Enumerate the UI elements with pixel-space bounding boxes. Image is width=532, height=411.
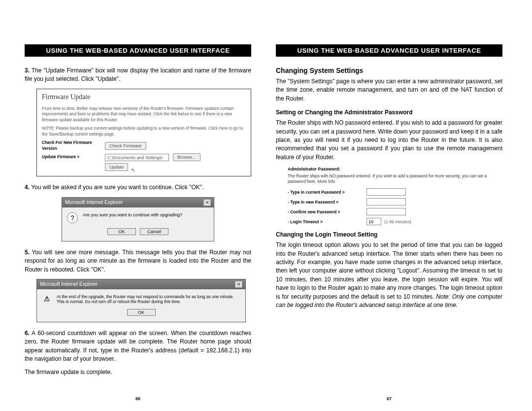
page-number-right: 67: [276, 396, 502, 401]
dialog2-ok-button[interactable]: OK: [127, 309, 156, 316]
step-6-text: A 60-second countdown will appear on the…: [25, 330, 251, 362]
update-fw-label: Update Firmware >: [42, 154, 101, 160]
admin-password-form: Administrator Password: The Router ships…: [288, 167, 502, 225]
firmware-update-title: Firmware Update: [37, 89, 251, 104]
step-5-text: You will see one more message. This mess…: [25, 249, 251, 273]
right-page: USING THE WEB-BASED ADVANCED USER INTERF…: [276, 44, 502, 396]
login-timeout-label: - Login Timeout >: [288, 219, 366, 224]
step-4: 4. You will be asked if you are sure you…: [25, 183, 251, 192]
dialog1-cancel-button[interactable]: Cancel: [140, 228, 168, 235]
dialog1-ok-button[interactable]: OK: [107, 228, 136, 235]
admin-password-desc: The Router ships with NO password entere…: [276, 119, 502, 162]
dialog2-title: Microsoft Internet Explorer: [40, 281, 98, 287]
firmware-desc-2: NOTE: Please backup your current setting…: [42, 126, 246, 137]
section-header-right: USING THE WEB-BASED ADVANCED USER INTERF…: [276, 44, 502, 57]
warning-icon: ⚠: [42, 294, 52, 303]
step-3-num: 3.: [25, 67, 30, 74]
new-password-input[interactable]: [366, 198, 406, 206]
page-number-left: 66: [25, 396, 251, 401]
confirm-dialog-1: Microsoft Internet Explorer ✕ ? Are you …: [62, 197, 214, 241]
heading-login-timeout: Changing the Login Timeout Setting: [276, 231, 502, 238]
dialog1-title: Microsoft Internet Explorer: [65, 200, 123, 205]
step-5: 5. You will see one more message. This m…: [25, 248, 251, 274]
firmware-update-panel: Firmware Update From time to time, Belki…: [36, 89, 251, 177]
step-6: 6. A 60-second countdown will appear on …: [25, 329, 251, 364]
close-icon[interactable]: ✕: [203, 199, 211, 206]
pwd-title: Administrator Password:: [288, 167, 502, 171]
firmware-path-input[interactable]: C:\Documents and Settings\: [105, 154, 169, 161]
system-settings-desc: The "System Settings" page is where you …: [276, 77, 502, 103]
step-4-text: You will be asked if you are sure you wa…: [31, 184, 203, 191]
login-timeout-note: (1-99 minutes): [384, 219, 411, 224]
login-timeout-input[interactable]: 10: [366, 218, 381, 225]
current-password-label: - Type in current Password >: [288, 190, 366, 195]
section-header-left: USING THE WEB-BASED ADVANCED USER INTERF…: [25, 44, 251, 57]
pwd-desc: The Router ships with NO password entere…: [288, 173, 502, 184]
dialog2-message: At the end of the upgrade, the Router ma…: [57, 294, 240, 304]
dialog1-message: Are you sure you want to continue with u…: [83, 212, 182, 217]
new-password-label: - Type in new Password >: [288, 200, 366, 205]
question-icon: ?: [67, 212, 78, 223]
update-button[interactable]: Update: [105, 163, 128, 171]
heading-system-settings: Changing System Settings: [276, 67, 502, 74]
left-page: USING THE WEB-BASED ADVANCED USER INTERF…: [25, 44, 251, 396]
step-4-num: 4.: [25, 184, 30, 191]
step-5-num: 5.: [25, 249, 30, 256]
heading-admin-password: Setting or Changing the Administrator Pa…: [276, 109, 502, 116]
finish-text: The firmware update is complete.: [25, 368, 251, 377]
check-firmware-button[interactable]: Check Firmware: [105, 142, 146, 150]
login-timeout-desc: The login timeout option allows you to s…: [276, 241, 502, 309]
browse-button[interactable]: Browse...: [173, 153, 200, 161]
confirm-password-label: - Confirm new Password >: [288, 209, 366, 214]
check-fw-label: Check For New Firmware Version: [42, 140, 101, 151]
close-icon[interactable]: ✕: [235, 281, 242, 288]
confirm-dialog-2: Microsoft Internet Explorer ✕ ⚠ At the e…: [36, 279, 246, 322]
confirm-password-input[interactable]: [366, 208, 406, 215]
step-6-num: 6.: [25, 330, 30, 337]
firmware-desc-1: From time to time, Belkin may release ne…: [42, 106, 246, 123]
login-timeout-text: The login timeout option allows you to s…: [276, 241, 502, 300]
current-password-input[interactable]: [366, 188, 406, 196]
step-3-text: The "Update Firmware" box will now displ…: [25, 67, 251, 82]
step-3: 3. The "Update Firmware" box will now di…: [25, 67, 251, 84]
